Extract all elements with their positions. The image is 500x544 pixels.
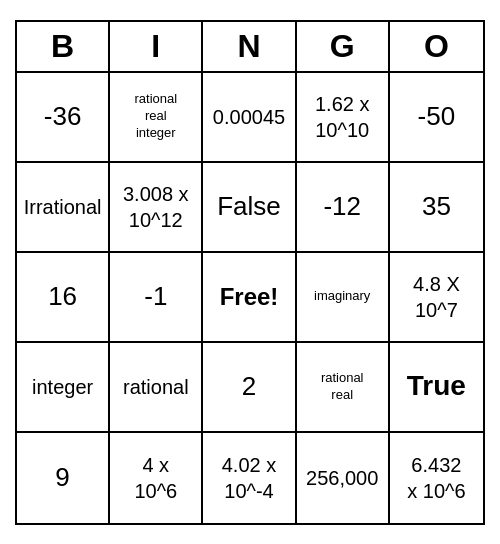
bingo-header: BINGO [17, 22, 483, 73]
bingo-cell-6: 3.008 x10^12 [110, 163, 203, 253]
bingo-cell-18: rationalreal [297, 343, 390, 433]
bingo-cell-1: rationalrealinteger [110, 73, 203, 163]
bingo-cell-10: 16 [17, 253, 110, 343]
bingo-cell-20: 9 [17, 433, 110, 523]
bingo-cell-8: -12 [297, 163, 390, 253]
bingo-cell-24: 6.432x 10^6 [390, 433, 483, 523]
bingo-cell-13: imaginary [297, 253, 390, 343]
bingo-cell-11: -1 [110, 253, 203, 343]
bingo-cell-14: 4.8 X10^7 [390, 253, 483, 343]
bingo-cell-9: 35 [390, 163, 483, 253]
bingo-cell-0: -36 [17, 73, 110, 163]
bingo-cell-7: False [203, 163, 296, 253]
bingo-cell-5: Irrational [17, 163, 110, 253]
header-letter-o: O [390, 22, 483, 71]
bingo-cell-15: integer [17, 343, 110, 433]
bingo-cell-12: Free! [203, 253, 296, 343]
bingo-cell-22: 4.02 x10^-4 [203, 433, 296, 523]
bingo-cell-2: 0.00045 [203, 73, 296, 163]
bingo-cell-3: 1.62 x10^10 [297, 73, 390, 163]
header-letter-n: N [203, 22, 296, 71]
bingo-cell-21: 4 x10^6 [110, 433, 203, 523]
bingo-cell-19: True [390, 343, 483, 433]
bingo-cell-23: 256,000 [297, 433, 390, 523]
bingo-cell-16: rational [110, 343, 203, 433]
bingo-card: BINGO -36rationalrealinteger0.000451.62 … [15, 20, 485, 525]
header-letter-i: I [110, 22, 203, 71]
bingo-grid: -36rationalrealinteger0.000451.62 x10^10… [17, 73, 483, 523]
bingo-cell-4: -50 [390, 73, 483, 163]
header-letter-g: G [297, 22, 390, 71]
bingo-cell-17: 2 [203, 343, 296, 433]
header-letter-b: B [17, 22, 110, 71]
